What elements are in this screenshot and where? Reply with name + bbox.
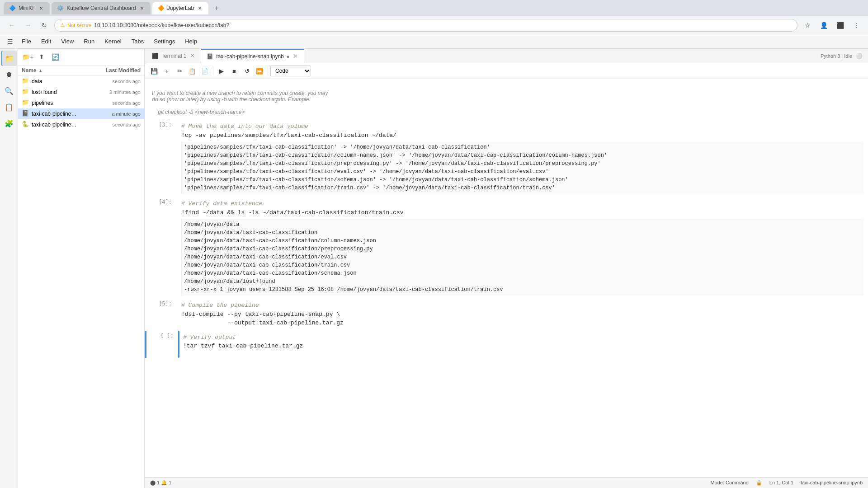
menu-help[interactable]: Help bbox=[180, 36, 202, 47]
notebook-area: ⬛ Terminal 1 ✕ 📓 taxi-cab-pipeline-snap.… bbox=[145, 49, 868, 488]
file-name-pipelines: pipelines bbox=[32, 100, 77, 106]
paste-button[interactable]: 📄 bbox=[199, 65, 211, 77]
sidebar-tabs-icon[interactable]: 📋 bbox=[1, 99, 17, 115]
file-row-pipelines[interactable]: 📁 pipelines seconds ago bbox=[18, 98, 144, 108]
tab-ipynb-close[interactable]: ✕ bbox=[292, 53, 298, 59]
tab-label-jupyterlab: JupyterLab bbox=[167, 5, 194, 11]
cut-button[interactable]: ✂ bbox=[174, 65, 185, 77]
upload-btn[interactable]: ⬆ bbox=[35, 51, 48, 63]
sidebar-commands-icon[interactable]: 🔍 bbox=[1, 83, 17, 99]
restart-run-button[interactable]: ⏩ bbox=[254, 65, 265, 77]
file-row-notebook[interactable]: 📓 taxi-cab-pipeline-snap.ip... a minute … bbox=[18, 108, 144, 119]
restart-button[interactable]: ↺ bbox=[241, 65, 253, 77]
file-modified-pipelines: seconds ago bbox=[77, 100, 141, 106]
mode-display: Mode: Command bbox=[710, 480, 748, 486]
cell-4-content[interactable]: # Verify data existence !find ~/data && … bbox=[176, 197, 868, 298]
file-row-data[interactable]: 📁 data seconds ago bbox=[18, 76, 144, 87]
tab-jupyterlab[interactable]: 🔶 JupyterLab ✕ bbox=[152, 2, 208, 14]
jupyter-app: ☰ File Edit View Run Kernel Tabs Setting… bbox=[0, 34, 868, 488]
menu-settings[interactable]: Settings bbox=[149, 36, 179, 47]
file-modified-lost: 2 minutes ago bbox=[77, 89, 141, 95]
file-name-lost: lost+found bbox=[32, 89, 77, 95]
file-row-lost[interactable]: 📁 lost+found 2 minutes ago bbox=[18, 87, 144, 98]
add-cell-button[interactable]: + bbox=[161, 65, 173, 77]
reload-button[interactable]: ↻ bbox=[38, 19, 51, 32]
menu-view[interactable]: View bbox=[57, 36, 78, 47]
tab-label-kubeflow: Kubeflow Central Dashboard bbox=[66, 5, 136, 11]
new-folder-btn[interactable]: 📁+ bbox=[22, 51, 34, 63]
folder-icon: 📁 bbox=[22, 77, 30, 85]
sidebar-running-icon[interactable]: ⏺ bbox=[1, 67, 17, 82]
file-browser: Name ▲ Last Modified 📁 data seconds ago … bbox=[18, 66, 144, 488]
address-bar[interactable]: ⚠ Not secure 10.10.10.10:8080/notebook/k… bbox=[54, 19, 797, 32]
terminal-icon: ⬛ bbox=[152, 53, 159, 59]
notebook-content: If you want to create a new branch to re… bbox=[145, 79, 868, 477]
notebook-tab-terminal[interactable]: ⬛ Terminal 1 ✕ bbox=[146, 49, 201, 63]
cell-6[interactable]: [ ]: # Verify output !tar tzvf taxi-cab-… bbox=[145, 331, 868, 358]
tab-close-kubeflow[interactable]: ✕ bbox=[139, 5, 145, 11]
menu-button[interactable]: ⋮ bbox=[850, 19, 863, 32]
tab-close-minikf[interactable]: ✕ bbox=[38, 5, 44, 11]
sort-name[interactable]: Name ▲ bbox=[22, 67, 77, 74]
tab-close-jupyterlab[interactable]: ✕ bbox=[197, 5, 203, 11]
run-button[interactable]: ▶ bbox=[216, 65, 227, 77]
tab-favicon-jupyterlab: 🔶 bbox=[158, 5, 165, 11]
sidebar-toggle[interactable]: ☰ bbox=[4, 35, 16, 48]
copy-button[interactable]: 📋 bbox=[186, 65, 198, 77]
cell-5-content[interactable]: # Compile the pipeline !dsl-compile --py… bbox=[176, 299, 868, 330]
forward-button[interactable]: → bbox=[22, 19, 34, 32]
cell-3-output: 'pipelines/samples/tfx/taxi-cab-classifi… bbox=[181, 141, 864, 194]
extensions-button[interactable]: ⬛ bbox=[834, 19, 846, 32]
security-label: Not secure bbox=[67, 23, 91, 28]
cell-5[interactable]: [5]: # Compile the pipeline !dsl-compile… bbox=[145, 299, 868, 330]
tab-ipynb-label: taxi-cab-pipeline-snap.ipynb bbox=[216, 53, 283, 60]
security-icon: ⚠ bbox=[60, 22, 65, 28]
cell-3-content[interactable]: # Move the data into our data volume !cp… bbox=[176, 120, 868, 196]
toolbar-sep-1 bbox=[213, 66, 213, 75]
file-row-py[interactable]: 🐍 taxi-cab-pipeline-snap.py seconds ago bbox=[18, 119, 144, 130]
cell-type-select[interactable]: Code Markdown Raw bbox=[270, 66, 311, 76]
jupyter-body: 📁 ⏺ 🔍 📋 🧩 📁+ ⬆ 🔄 Name bbox=[0, 49, 868, 488]
sort-icon: ▲ bbox=[38, 68, 43, 73]
file-browser-actions: 📁+ ⬆ 🔄 bbox=[18, 49, 144, 66]
profile-button[interactable]: 👤 bbox=[817, 19, 830, 32]
folder-icon-lost: 📁 bbox=[22, 88, 30, 96]
tab-favicon-minikf: 🔷 bbox=[9, 5, 16, 11]
left-panel: 📁+ ⬆ 🔄 Name ▲ Last Modified 📁 bbox=[18, 49, 145, 488]
menu-edit[interactable]: Edit bbox=[37, 36, 56, 47]
cell-6-content[interactable]: # Verify output !tar tzvf taxi-cab-pipel… bbox=[178, 331, 868, 358]
cell-3[interactable]: [3]: # Move the data into our data volum… bbox=[145, 120, 868, 196]
save-button[interactable]: 💾 bbox=[148, 65, 160, 77]
cell-5-code: # Compile the pipeline !dsl-compile --py… bbox=[181, 301, 864, 328]
tab-terminal-close[interactable]: ✕ bbox=[189, 53, 195, 59]
left-sidebar: 📁 ⏺ 🔍 📋 🧩 bbox=[0, 49, 18, 488]
status-indicators: ⬤ 1 🔔 1 bbox=[150, 480, 171, 486]
browser-addressbar: ← → ↻ ⚠ Not secure 10.10.10.10:8080/note… bbox=[0, 16, 868, 34]
back-button[interactable]: ← bbox=[5, 19, 18, 32]
sidebar-extensions-icon[interactable]: 🧩 bbox=[1, 116, 17, 131]
tab-kubeflow[interactable]: ⚙️ Kubeflow Central Dashboard ✕ bbox=[52, 2, 150, 14]
stop-button[interactable]: ■ bbox=[228, 65, 240, 77]
cell-4-prompt: [4]: bbox=[145, 197, 176, 298]
menu-run[interactable]: Run bbox=[79, 36, 99, 47]
menu-kernel[interactable]: Kernel bbox=[100, 36, 126, 47]
cell-5-prompt: [5]: bbox=[145, 299, 176, 330]
python-icon: 🐍 bbox=[22, 121, 30, 129]
file-display: taxi-cab-pipeline-snap.ipynb bbox=[801, 480, 863, 486]
refresh-btn[interactable]: 🔄 bbox=[49, 51, 61, 63]
tab-minikf[interactable]: 🔷 MiniKF ✕ bbox=[4, 2, 50, 14]
kernel-status-icon: ⚪ bbox=[856, 53, 863, 59]
cell-6-prompt: [ ]: bbox=[146, 331, 178, 358]
notebook-toolbar: 💾 + ✂ 📋 📄 ▶ ■ ↺ ⏩ Code Markdown Raw bbox=[145, 63, 868, 79]
jupyter-menubar: ☰ File Edit View Run Kernel Tabs Setting… bbox=[0, 34, 868, 49]
tab-label-minikf: MiniKF bbox=[19, 5, 35, 11]
menu-tabs[interactable]: Tabs bbox=[127, 36, 148, 47]
cell-4[interactable]: [4]: # Verify data existence !find ~/dat… bbox=[145, 197, 868, 298]
new-tab-button[interactable]: + bbox=[210, 2, 223, 14]
menu-file[interactable]: File bbox=[17, 36, 36, 47]
cell-4-code: # Verify data existence !find ~/data && … bbox=[181, 199, 864, 217]
notebook-tab-ipynb[interactable]: 📓 taxi-cab-pipeline-snap.ipynb ● ✕ bbox=[201, 49, 304, 63]
sidebar-files-icon[interactable]: 📁 bbox=[1, 51, 17, 66]
bookmark-button[interactable]: ☆ bbox=[801, 19, 814, 32]
position-display: Ln 1, Col 1 bbox=[769, 480, 793, 486]
